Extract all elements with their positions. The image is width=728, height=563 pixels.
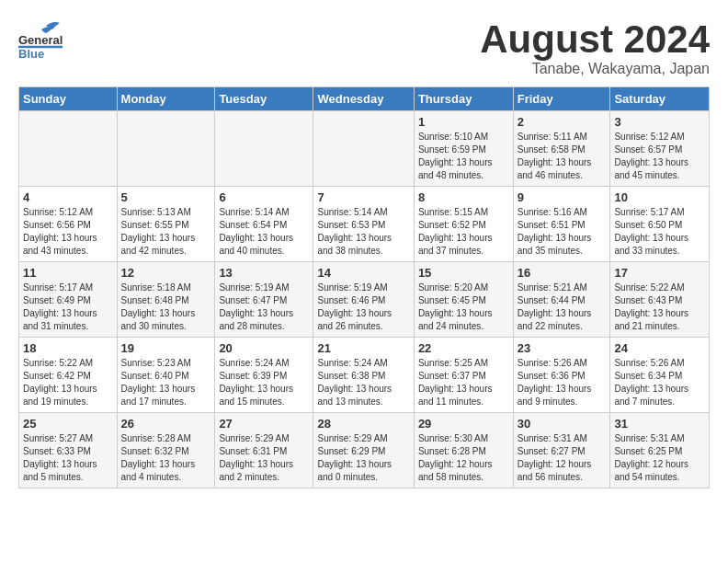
day-number: 15 xyxy=(418,266,509,280)
day-number: 16 xyxy=(518,266,607,280)
day-cell: 4Sunrise: 5:12 AM Sunset: 6:56 PM Daylig… xyxy=(19,187,118,262)
day-info: Sunrise: 5:19 AM Sunset: 6:46 PM Dayligh… xyxy=(317,282,409,333)
day-cell: 25Sunrise: 5:27 AM Sunset: 6:33 PM Dayli… xyxy=(19,413,118,488)
day-cell: 10Sunrise: 5:17 AM Sunset: 6:50 PM Dayli… xyxy=(610,187,710,262)
col-header-thursday: Thursday xyxy=(414,87,513,111)
day-cell xyxy=(215,111,313,187)
day-number: 1 xyxy=(418,115,509,129)
day-cell: 13Sunrise: 5:19 AM Sunset: 6:47 PM Dayli… xyxy=(215,262,313,338)
day-number: 5 xyxy=(121,190,211,204)
header-row: SundayMondayTuesdayWednesdayThursdayFrid… xyxy=(19,87,710,111)
day-number: 7 xyxy=(317,190,409,204)
day-info: Sunrise: 5:17 AM Sunset: 6:50 PM Dayligh… xyxy=(614,206,705,258)
day-cell xyxy=(117,111,215,187)
week-row-5: 25Sunrise: 5:27 AM Sunset: 6:33 PM Dayli… xyxy=(19,413,710,488)
day-info: Sunrise: 5:22 AM Sunset: 6:42 PM Dayligh… xyxy=(23,357,113,408)
week-row-2: 4Sunrise: 5:12 AM Sunset: 6:56 PM Daylig… xyxy=(19,187,710,262)
day-number: 13 xyxy=(219,266,309,280)
day-cell: 30Sunrise: 5:31 AM Sunset: 6:27 PM Dayli… xyxy=(513,413,610,488)
col-header-sunday: Sunday xyxy=(19,87,118,111)
logo: General Blue xyxy=(18,18,64,63)
logo-icon: General Blue xyxy=(18,18,64,63)
day-number: 3 xyxy=(614,115,705,129)
day-cell: 11Sunrise: 5:17 AM Sunset: 6:49 PM Dayli… xyxy=(19,262,118,338)
day-number: 18 xyxy=(23,341,113,355)
col-header-friday: Friday xyxy=(513,87,610,111)
day-info: Sunrise: 5:28 AM Sunset: 6:32 PM Dayligh… xyxy=(121,432,211,484)
day-cell: 28Sunrise: 5:29 AM Sunset: 6:29 PM Dayli… xyxy=(313,413,414,488)
day-cell: 27Sunrise: 5:29 AM Sunset: 6:31 PM Dayli… xyxy=(215,413,313,488)
day-info: Sunrise: 5:16 AM Sunset: 6:51 PM Dayligh… xyxy=(518,206,607,258)
day-info: Sunrise: 5:12 AM Sunset: 6:56 PM Dayligh… xyxy=(23,206,113,258)
day-cell: 6Sunrise: 5:14 AM Sunset: 6:54 PM Daylig… xyxy=(215,187,313,262)
day-number: 26 xyxy=(121,417,211,431)
day-info: Sunrise: 5:21 AM Sunset: 6:44 PM Dayligh… xyxy=(518,282,607,333)
day-info: Sunrise: 5:25 AM Sunset: 6:37 PM Dayligh… xyxy=(418,357,509,408)
day-cell: 22Sunrise: 5:25 AM Sunset: 6:37 PM Dayli… xyxy=(414,338,513,413)
day-number: 23 xyxy=(518,341,607,355)
day-cell: 16Sunrise: 5:21 AM Sunset: 6:44 PM Dayli… xyxy=(513,262,610,338)
day-number: 25 xyxy=(23,417,113,431)
calendar-table: SundayMondayTuesdayWednesdayThursdayFrid… xyxy=(18,86,710,488)
day-info: Sunrise: 5:27 AM Sunset: 6:33 PM Dayligh… xyxy=(23,432,113,484)
day-number: 27 xyxy=(219,417,309,431)
day-info: Sunrise: 5:30 AM Sunset: 6:28 PM Dayligh… xyxy=(418,432,509,484)
day-cell: 26Sunrise: 5:28 AM Sunset: 6:32 PM Dayli… xyxy=(117,413,215,488)
week-row-1: 1Sunrise: 5:10 AM Sunset: 6:59 PM Daylig… xyxy=(19,111,710,187)
calendar-subtitle: Tanabe, Wakayama, Japan xyxy=(480,61,710,77)
day-cell: 8Sunrise: 5:15 AM Sunset: 6:52 PM Daylig… xyxy=(414,187,513,262)
day-info: Sunrise: 5:31 AM Sunset: 6:25 PM Dayligh… xyxy=(614,432,705,484)
day-info: Sunrise: 5:17 AM Sunset: 6:49 PM Dayligh… xyxy=(23,282,113,333)
day-info: Sunrise: 5:31 AM Sunset: 6:27 PM Dayligh… xyxy=(518,432,607,484)
col-header-wednesday: Wednesday xyxy=(313,87,414,111)
day-info: Sunrise: 5:11 AM Sunset: 6:58 PM Dayligh… xyxy=(518,131,607,182)
day-info: Sunrise: 5:20 AM Sunset: 6:45 PM Dayligh… xyxy=(418,282,509,333)
day-info: Sunrise: 5:14 AM Sunset: 6:54 PM Dayligh… xyxy=(219,206,309,258)
day-number: 9 xyxy=(518,190,607,204)
col-header-monday: Monday xyxy=(117,87,215,111)
day-number: 24 xyxy=(614,341,705,355)
day-number: 21 xyxy=(317,341,409,355)
day-info: Sunrise: 5:29 AM Sunset: 6:31 PM Dayligh… xyxy=(219,432,309,484)
day-info: Sunrise: 5:26 AM Sunset: 6:36 PM Dayligh… xyxy=(518,357,607,408)
page-header: General Blue August 2024 Tanabe, Wakayam… xyxy=(18,18,710,77)
day-info: Sunrise: 5:29 AM Sunset: 6:29 PM Dayligh… xyxy=(317,432,409,484)
day-cell: 19Sunrise: 5:23 AM Sunset: 6:40 PM Dayli… xyxy=(117,338,215,413)
day-number: 19 xyxy=(121,341,211,355)
day-cell: 23Sunrise: 5:26 AM Sunset: 6:36 PM Dayli… xyxy=(513,338,610,413)
day-number: 2 xyxy=(518,115,607,129)
day-number: 11 xyxy=(23,266,113,280)
logo-svg: General Blue xyxy=(18,18,64,60)
day-number: 22 xyxy=(418,341,509,355)
day-cell: 7Sunrise: 5:14 AM Sunset: 6:53 PM Daylig… xyxy=(313,187,414,262)
day-number: 6 xyxy=(219,190,309,204)
day-cell: 29Sunrise: 5:30 AM Sunset: 6:28 PM Dayli… xyxy=(414,413,513,488)
day-number: 20 xyxy=(219,341,309,355)
day-number: 4 xyxy=(23,190,113,204)
day-info: Sunrise: 5:18 AM Sunset: 6:48 PM Dayligh… xyxy=(121,282,211,333)
day-cell: 18Sunrise: 5:22 AM Sunset: 6:42 PM Dayli… xyxy=(19,338,118,413)
day-cell xyxy=(313,111,414,187)
day-info: Sunrise: 5:10 AM Sunset: 6:59 PM Dayligh… xyxy=(418,131,509,182)
day-cell: 20Sunrise: 5:24 AM Sunset: 6:39 PM Dayli… xyxy=(215,338,313,413)
day-number: 17 xyxy=(614,266,705,280)
week-row-3: 11Sunrise: 5:17 AM Sunset: 6:49 PM Dayli… xyxy=(19,262,710,338)
col-header-saturday: Saturday xyxy=(610,87,710,111)
day-info: Sunrise: 5:24 AM Sunset: 6:39 PM Dayligh… xyxy=(219,357,309,408)
day-cell: 3Sunrise: 5:12 AM Sunset: 6:57 PM Daylig… xyxy=(610,111,710,187)
day-cell: 14Sunrise: 5:19 AM Sunset: 6:46 PM Dayli… xyxy=(313,262,414,338)
day-number: 10 xyxy=(614,190,705,204)
col-header-tuesday: Tuesday xyxy=(215,87,313,111)
svg-text:General: General xyxy=(18,33,63,47)
day-number: 29 xyxy=(418,417,509,431)
day-number: 31 xyxy=(614,417,705,431)
day-info: Sunrise: 5:22 AM Sunset: 6:43 PM Dayligh… xyxy=(614,282,705,333)
day-info: Sunrise: 5:14 AM Sunset: 6:53 PM Dayligh… xyxy=(317,206,409,258)
day-cell: 15Sunrise: 5:20 AM Sunset: 6:45 PM Dayli… xyxy=(414,262,513,338)
day-cell: 31Sunrise: 5:31 AM Sunset: 6:25 PM Dayli… xyxy=(610,413,710,488)
day-cell: 21Sunrise: 5:24 AM Sunset: 6:38 PM Dayli… xyxy=(313,338,414,413)
day-info: Sunrise: 5:24 AM Sunset: 6:38 PM Dayligh… xyxy=(317,357,409,408)
day-cell: 1Sunrise: 5:10 AM Sunset: 6:59 PM Daylig… xyxy=(414,111,513,187)
day-cell: 5Sunrise: 5:13 AM Sunset: 6:55 PM Daylig… xyxy=(117,187,215,262)
week-row-4: 18Sunrise: 5:22 AM Sunset: 6:42 PM Dayli… xyxy=(19,338,710,413)
